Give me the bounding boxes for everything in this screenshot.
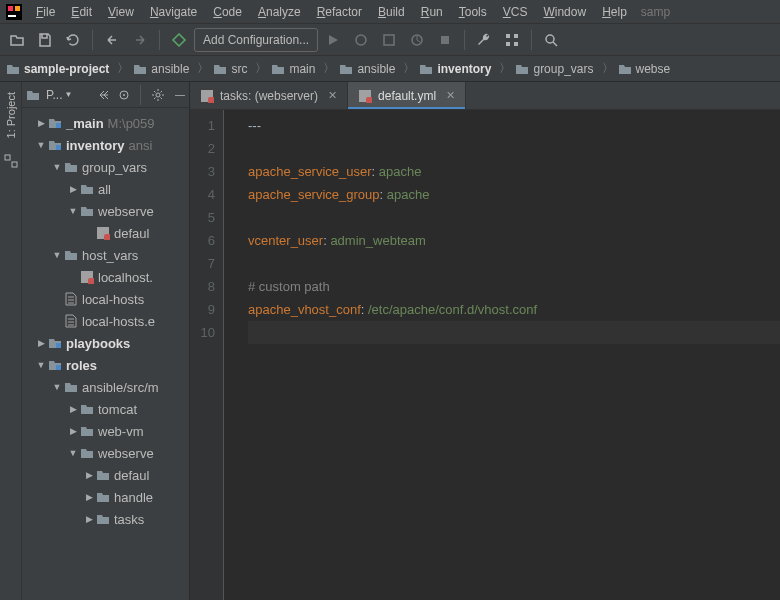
crumb-ansible[interactable]: ansible〉 — [339, 60, 415, 77]
menu-run[interactable]: Run — [413, 2, 451, 22]
code-line-5[interactable] — [248, 206, 780, 229]
code-line-10[interactable] — [248, 321, 780, 344]
crumb-main[interactable]: main〉 — [271, 60, 335, 77]
debug-button[interactable] — [348, 27, 374, 53]
menubar: FileEditViewNavigateCodeAnalyzeRefactorB… — [0, 0, 780, 24]
tree-node-web-vm[interactable]: ▶web-vm — [22, 420, 189, 442]
tool-window-left-bar: 1: Project — [0, 82, 22, 600]
search-button[interactable] — [538, 27, 564, 53]
tree-node-roles[interactable]: ▼roles — [22, 354, 189, 376]
locate-icon[interactable] — [118, 89, 130, 101]
code-line-1[interactable]: --- — [248, 114, 780, 137]
svg-rect-19 — [56, 145, 61, 150]
tab-default-yml[interactable]: default.yml✕ — [348, 82, 466, 109]
crumb-src[interactable]: src〉 — [213, 60, 267, 77]
line-number: 2 — [190, 137, 215, 160]
svg-rect-11 — [514, 42, 518, 46]
line-number: 7 — [190, 252, 215, 275]
tree-node-ansible-src-m[interactable]: ▼ansible/src/m — [22, 376, 189, 398]
svg-rect-24 — [56, 343, 61, 348]
crumb-group_vars[interactable]: group_vars〉 — [515, 60, 613, 77]
body: 1: Project P...▼ — ▶_mainM:\p059▼invento… — [0, 82, 780, 600]
open-button[interactable] — [4, 27, 30, 53]
save-button[interactable] — [32, 27, 58, 53]
svg-rect-27 — [208, 97, 214, 103]
project-view-dropdown[interactable]: P...▼ — [46, 88, 72, 102]
code-area[interactable]: --- apache_service_user: apacheapache_se… — [224, 110, 780, 600]
stop-button[interactable] — [432, 27, 458, 53]
coverage-button[interactable] — [376, 27, 402, 53]
wrench-button[interactable] — [471, 27, 497, 53]
tree-node-localhost-[interactable]: localhost. — [22, 266, 189, 288]
menu-view[interactable]: View — [100, 2, 142, 22]
project-sidebar: P...▼ — ▶_mainM:\p059▼inventoryansi▼grou… — [22, 82, 190, 600]
editor-tabs: tasks: (webserver)✕default.yml✕ — [190, 82, 780, 110]
line-number: 8 — [190, 275, 215, 298]
crumb-webse[interactable]: webse — [618, 62, 671, 76]
tree-node-defaul[interactable]: ▶defaul — [22, 464, 189, 486]
code-line-7[interactable] — [248, 252, 780, 275]
code-line-4[interactable]: apache_service_group: apache — [248, 183, 780, 206]
tree-node-all[interactable]: ▶all — [22, 178, 189, 200]
svg-rect-3 — [8, 15, 16, 17]
menu-navigate[interactable]: Navigate — [142, 2, 205, 22]
main-toolbar: Add Configuration... — [0, 24, 780, 56]
code-line-9[interactable]: apache_vhost_conf: /etc/apache/conf.d/vh… — [248, 298, 780, 321]
tree-node-webserve[interactable]: ▼webserve — [22, 442, 189, 464]
project-tool-button[interactable]: 1: Project — [5, 92, 17, 138]
structure-tool-button[interactable] — [4, 154, 18, 168]
menu-file[interactable]: File — [28, 2, 63, 22]
menu-tools[interactable]: Tools — [451, 2, 495, 22]
code-line-2[interactable] — [248, 137, 780, 160]
structure-button[interactable] — [499, 27, 525, 53]
menu-build[interactable]: Build — [370, 2, 413, 22]
menu-window[interactable]: Window — [535, 2, 594, 22]
svg-rect-9 — [514, 34, 518, 38]
tree-node-tomcat[interactable]: ▶tomcat — [22, 398, 189, 420]
menu-refactor[interactable]: Refactor — [309, 2, 370, 22]
tab-tasks-webserver-[interactable]: tasks: (webserver)✕ — [190, 82, 348, 109]
run-config-combo[interactable]: Add Configuration... — [194, 28, 318, 52]
svg-point-16 — [123, 94, 125, 96]
tree-node-tasks[interactable]: ▶tasks — [22, 508, 189, 530]
code-line-8[interactable]: # custom path — [248, 275, 780, 298]
tree-node-defaul[interactable]: defaul — [22, 222, 189, 244]
tree-node-local-hosts-e[interactable]: local-hosts.e — [22, 310, 189, 332]
profile-button[interactable] — [404, 27, 430, 53]
project-name-truncated: samp — [641, 5, 670, 19]
refresh-button[interactable] — [60, 27, 86, 53]
editor[interactable]: 12345678910 --- apache_service_user: apa… — [190, 110, 780, 600]
code-line-3[interactable]: apache_service_user: apache — [248, 160, 780, 183]
forward-button[interactable] — [127, 27, 153, 53]
svg-rect-5 — [384, 35, 394, 45]
close-tab-icon[interactable]: ✕ — [328, 89, 337, 102]
tree-node-local-hosts[interactable]: local-hosts — [22, 288, 189, 310]
tree-node-webserve[interactable]: ▼webserve — [22, 200, 189, 222]
run-button[interactable] — [320, 27, 346, 53]
crumb-inventory[interactable]: inventory〉 — [419, 60, 511, 77]
line-number: 1 — [190, 114, 215, 137]
back-button[interactable] — [99, 27, 125, 53]
tree-node-handle[interactable]: ▶handle — [22, 486, 189, 508]
build-button[interactable] — [166, 27, 192, 53]
tree-node-group_vars[interactable]: ▼group_vars — [22, 156, 189, 178]
tree-node-host_vars[interactable]: ▼host_vars — [22, 244, 189, 266]
svg-rect-8 — [506, 34, 510, 38]
menu-edit[interactable]: Edit — [63, 2, 100, 22]
menu-code[interactable]: Code — [205, 2, 250, 22]
svg-rect-1 — [8, 6, 13, 11]
crumb-sample-project[interactable]: sample-project〉 — [6, 60, 129, 77]
hide-icon[interactable]: — — [175, 89, 185, 100]
collapse-icon[interactable] — [98, 89, 110, 101]
crumb-ansible[interactable]: ansible〉 — [133, 60, 209, 77]
gear-icon[interactable] — [151, 88, 165, 102]
menu-analyze[interactable]: Analyze — [250, 2, 309, 22]
tree-node-_main[interactable]: ▶_mainM:\p059 — [22, 112, 189, 134]
code-line-6[interactable]: vcenter_user: admin_webteam — [248, 229, 780, 252]
menu-help[interactable]: Help — [594, 2, 635, 22]
project-tree[interactable]: ▶_mainM:\p059▼inventoryansi▼group_vars▶a… — [22, 108, 189, 600]
close-tab-icon[interactable]: ✕ — [446, 89, 455, 102]
tree-node-inventory[interactable]: ▼inventoryansi — [22, 134, 189, 156]
tree-node-playbooks[interactable]: ▶playbooks — [22, 332, 189, 354]
menu-vcs[interactable]: VCS — [495, 2, 536, 22]
